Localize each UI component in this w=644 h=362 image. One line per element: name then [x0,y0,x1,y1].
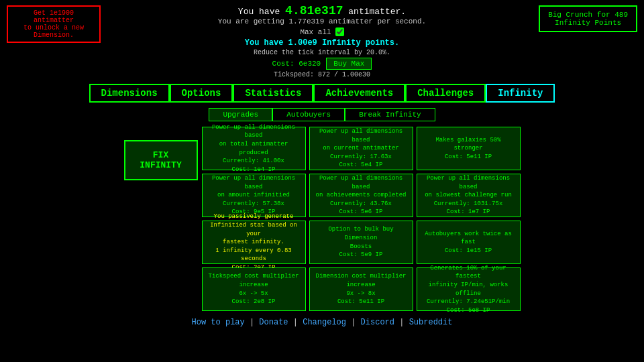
upgrade-3[interactable]: Makes galaxies 50% strongerCost: 5e11 IP [417,127,521,170]
max-all-checkbox[interactable] [335,27,344,36]
max-all-label: Max all [300,28,331,36]
subtab-break-infinity[interactable]: Break Infinity [345,108,435,121]
fix-infinity-button[interactable]: FIX INFINITY [124,140,198,180]
antimatter-display: You have 4.81e317 antimatter. [0,4,644,17]
donate-link[interactable]: Donate [259,318,288,327]
buy-max-button[interactable]: Buy Max [326,58,372,70]
upgrade-4[interactable]: Power up all dimensions basedon amount i… [202,174,306,217]
upgrade-9[interactable]: Autobuyers work twice as fastCost: 1e15 … [417,221,521,264]
tab-statistics[interactable]: Statistics [233,84,313,103]
footer-links: How to play | Donate | Changelog | Disco… [0,318,644,327]
upgrade-1[interactable]: Power up all dimensions basedon total an… [202,127,306,170]
antimatter-value: 4.81e317 [285,4,343,17]
fix-infinity-col: FIX INFINITY [124,127,198,311]
upgrade-11[interactable]: Dimension cost multiplierincrease9x -> 8… [309,267,413,311]
tickspeed-display: Tickspeed: 872 / 1.00e30 [0,71,644,78]
discord-link[interactable]: Discord [361,318,394,327]
tab-infinity[interactable]: Infinity [486,84,555,103]
main-content: FIX INFINITY Power up all dimensions bas… [0,127,644,311]
reduce-tick-label: Reduce the tick interval by 20.0%. [0,49,644,56]
nav-tabs: Dimensions Options Statistics Achievemen… [0,84,644,103]
subtab-upgrades[interactable]: Upgrades [209,108,272,121]
upgrade-10[interactable]: Tickspeed cost multiplierincrease6x -> 5… [202,267,306,311]
infinity-points-display: You have 1.00e9 Infinity points. [0,38,644,48]
upgrade-6[interactable]: Power up all dimensions basedon slowest … [417,174,521,217]
changelog-link[interactable]: Changelog [303,318,346,327]
tab-dimensions[interactable]: Dimensions [89,84,170,103]
upgrade-8[interactable]: Option to bulk buy DimensionBoostsCost: … [309,221,413,264]
upgrade-2[interactable]: Power up all dimensions basedon current … [309,127,413,170]
tab-options[interactable]: Options [170,84,233,103]
subtab-autobuyers[interactable]: Autobuyers [272,108,345,121]
how-to-play-link[interactable]: How to play [192,318,245,327]
subreddit-link[interactable]: Subreddit [409,318,453,327]
per-second-display: You are getting 1.77e319 antimatter per … [0,17,644,25]
sub-tabs: Upgrades Autobuyers Break Infinity [0,108,644,121]
upgrade-7[interactable]: You passively generateInfinitied stat ba… [202,221,306,264]
upgrade-grid: Power up all dimensions basedon total an… [202,127,521,311]
tab-challenges[interactable]: Challenges [405,84,486,103]
upgrade-5[interactable]: Power up all dimensions basedon achievem… [309,174,413,217]
cost-label: Cost: 6e320 [272,60,321,68]
tab-achievements[interactable]: Achievements [313,84,405,103]
upgrade-12[interactable]: Generates 10% of your fastestinfinity IP… [417,267,521,311]
top-bar: You have 4.81e317 antimatter. You are ge… [0,0,644,81]
